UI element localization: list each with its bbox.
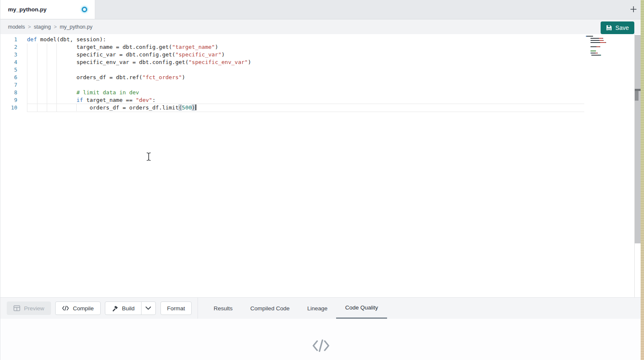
minimap-indent: [586, 38, 591, 39]
code-text: # limit data in dev: [27, 89, 139, 96]
breadcrumb-separator-icon: >: [54, 24, 57, 30]
line-number: 7: [0, 81, 17, 89]
minimap-segment: [591, 46, 596, 47]
minimap-line: [586, 42, 620, 43]
preview-button-label: Preview: [24, 305, 44, 312]
code-token: orders_df = dbt.ref(: [27, 74, 142, 80]
minimap-line: [586, 51, 620, 51]
code-line[interactable]: 2 target_name = dbt.config.get("target_n…: [0, 43, 591, 51]
minimap-indent: [586, 51, 591, 51]
code-icon: [312, 339, 330, 354]
hammer-icon: [112, 305, 118, 312]
tab-results[interactable]: Results: [205, 298, 241, 319]
code-editor[interactable]: 1def model(dbt, session):2 target_name =…: [0, 34, 641, 297]
minimap-segment: [600, 42, 606, 43]
line-number: 9: [0, 96, 17, 104]
tab-code-quality[interactable]: Code Quality: [336, 298, 387, 319]
minimap-line: [586, 40, 620, 41]
code-line[interactable]: 5: [0, 66, 591, 74]
minimap-line: [586, 36, 620, 37]
new-tab-button[interactable]: [628, 3, 639, 15]
minimap-segment: [600, 46, 600, 47]
result-tabs: ResultsCompiled CodeLineageCode Quality: [205, 298, 387, 319]
line-number: 2: [0, 43, 17, 51]
code-line[interactable]: 6 orders_df = dbt.ref("fct_orders"): [0, 74, 591, 81]
code-token: target_name ==: [83, 97, 136, 103]
code-text: if target_name == "dev":: [27, 96, 155, 104]
minimap-segment: [591, 55, 599, 56]
toolbar-divider: [198, 298, 198, 319]
file-tab-title: my_python.py: [8, 6, 47, 13]
breadcrumb-item-staging: staging: [34, 24, 51, 30]
save-button[interactable]: Save: [601, 21, 634, 34]
unsaved-changes-dot-icon: [82, 7, 87, 12]
editor-tab-bar: my_python.py: [0, 0, 641, 19]
code-token: orders_df = orders_df.limit: [27, 104, 179, 111]
code-token: def: [27, 36, 37, 43]
minimap-segment: [599, 40, 604, 41]
code-line[interactable]: 7: [0, 81, 591, 89]
save-button-label: Save: [615, 24, 629, 31]
code-line[interactable]: 1def model(dbt, session):: [0, 36, 591, 43]
code-text: specific_env_var = dbt.config.get("speci…: [27, 59, 251, 66]
code-token: ): [192, 104, 195, 111]
minimap-indent: [586, 42, 591, 43]
minimap-line: [586, 48, 620, 49]
tab-lineage[interactable]: Lineage: [298, 298, 336, 319]
line-number: 4: [0, 59, 17, 66]
line-number: 6: [0, 74, 17, 81]
minimap-segment: [591, 40, 599, 41]
code-text: def model(dbt, session):: [27, 36, 106, 43]
floppy-disk-icon: [606, 25, 612, 31]
file-tab-my-python[interactable]: my_python.py: [0, 0, 95, 19]
code-token: "specific_var": [175, 51, 222, 58]
code-text: target_name = dbt.config.get("target_nam…: [27, 43, 218, 51]
minimap-segment: [599, 38, 603, 39]
line-number: 8: [0, 89, 17, 96]
minimap-segment: [603, 40, 604, 41]
line-number: 1: [0, 36, 17, 43]
build-button-group: Build: [105, 301, 156, 315]
code-token: target_name = dbt.config.get(: [27, 44, 172, 50]
desktop-wallpaper-strip: [641, 0, 644, 360]
code-token: 500: [182, 104, 192, 111]
minimap-segment: [591, 42, 601, 43]
scrollbar-track[interactable]: [635, 35, 641, 243]
code-token: ): [222, 51, 225, 58]
compile-button[interactable]: Compile: [55, 301, 101, 315]
minimap-segment: [601, 55, 601, 56]
minimap-line: [586, 53, 620, 53]
minimap-segment: [591, 38, 599, 39]
code-token: ): [182, 74, 185, 80]
minimap-line: [586, 44, 620, 45]
mouse-ibeam-cursor: [146, 152, 152, 163]
code-token: "fct_orders": [142, 74, 182, 80]
tab-compiled-code[interactable]: Compiled Code: [241, 298, 298, 319]
code-line[interactable]: 9 if target_name == "dev":: [0, 96, 591, 104]
code-token: :: [152, 97, 155, 103]
code-lines: 1def model(dbt, session):2 target_name =…: [0, 36, 591, 112]
code-quality-panel: [0, 319, 641, 360]
preview-button[interactable]: Preview: [7, 301, 51, 315]
code-line[interactable]: 3 specific_var = dbt.config.get("specifi…: [0, 51, 591, 59]
build-button-label: Build: [122, 305, 135, 312]
code-token: model(dbt, session):: [37, 36, 106, 43]
minimap-indent: [586, 53, 591, 53]
code-text: orders_df = dbt.ref("fct_orders"): [27, 74, 185, 81]
minimap-segment: [597, 53, 598, 53]
minimap[interactable]: [586, 36, 620, 57]
line-number: 5: [0, 66, 17, 74]
build-button[interactable]: Build: [105, 302, 141, 315]
code-token: "target_name": [172, 44, 215, 50]
format-button-label: Format: [167, 305, 185, 312]
breadcrumb-separator-icon: >: [28, 24, 31, 30]
scrollbar-thumb[interactable]: [635, 91, 639, 101]
minimap-indent: [586, 55, 591, 56]
code-token: # limit data in dev: [27, 89, 139, 96]
minimap-indent: [586, 46, 591, 47]
build-options-dropdown[interactable]: [141, 302, 155, 315]
code-line[interactable]: 8 # limit data in dev: [0, 89, 591, 96]
code-line[interactable]: 4 specific_env_var = dbt.config.get("spe…: [0, 59, 591, 66]
minimap-line: [586, 55, 620, 56]
format-button[interactable]: Format: [160, 301, 192, 315]
